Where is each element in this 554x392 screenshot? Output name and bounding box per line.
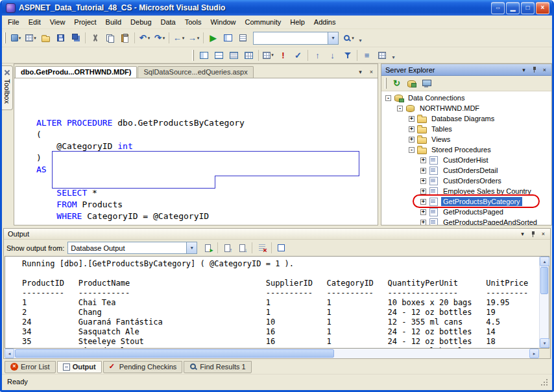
next-message-button[interactable]: [235, 241, 250, 255]
show-criteria-pane-button[interactable]: [211, 48, 226, 62]
code-line[interactable]: FROM Products: [36, 199, 378, 211]
menu-help[interactable]: Help: [285, 16, 309, 28]
resize-grip[interactable]: [539, 377, 548, 386]
tree-item-employee-sales-by-country[interactable]: +Employee Sales by Country: [381, 186, 551, 196]
menu-debug[interactable]: Debug: [126, 16, 156, 28]
active-documents-button[interactable]: ▾: [355, 67, 365, 76]
output-titlebar[interactable]: Output ▾×: [4, 229, 550, 240]
scroll-up-icon[interactable]: ▴: [540, 257, 549, 266]
menu-view[interactable]: View: [45, 16, 70, 28]
server-explorer-tree[interactable]: -Data Connections-NORTHWND.MDF+Database …: [381, 91, 551, 225]
tree-item-data-connections[interactable]: -Data Connections: [381, 93, 551, 103]
code-line[interactable]: ALTER PROCEDURE dbo.GetProductsByCategor…: [36, 117, 378, 129]
open-file-button[interactable]: [38, 31, 53, 45]
close-document-button[interactable]: ×: [367, 67, 376, 76]
menu-file[interactable]: File: [3, 16, 24, 28]
toolbox-tab[interactable]: Toolbox: [2, 65, 13, 110]
output-horizontal-scrollbar[interactable]: ◂ ▸: [5, 349, 549, 358]
refresh-button[interactable]: ↻: [389, 76, 404, 91]
properties-window-button[interactable]: [235, 31, 250, 45]
menu-window[interactable]: Window: [206, 16, 240, 28]
se-auto-hide-button[interactable]: [529, 65, 539, 75]
document-tab-sqldatasource-edqueries-aspx[interactable]: SqlDataSource...edQueries.aspx: [138, 66, 253, 78]
menu-edit[interactable]: Edit: [24, 16, 45, 28]
expand-icon[interactable]: +: [420, 199, 426, 205]
group-by-button[interactable]: ≡: [359, 48, 374, 62]
execute-sql-button[interactable]: !: [276, 48, 291, 62]
menu-data[interactable]: Data: [156, 16, 180, 28]
document-tab-dbo-getprodu-orthwnd-mdf[interactable]: dbo.GetProdu...ORTHWND.MDF): [15, 66, 137, 78]
scrollbar-track[interactable]: [540, 266, 549, 338]
solution-explorer-button[interactable]: [221, 31, 235, 45]
server-explorer-titlebar[interactable]: Server Explorer ▾×: [381, 64, 551, 76]
toolbar-grip[interactable]: [385, 78, 387, 89]
code-line[interactable]: SELECT *: [36, 187, 378, 199]
navigate-backward-button[interactable]: ←▾: [171, 31, 186, 45]
menu-community[interactable]: Community: [241, 16, 286, 28]
toolbar-options-button[interactable]: ▾: [356, 32, 365, 45]
tree-item-views[interactable]: +Views: [381, 134, 551, 144]
sort-ascending-button[interactable]: ↑: [310, 48, 325, 62]
tree-item-custordersdetail[interactable]: +CustOrdersDetail: [381, 165, 551, 176]
query-toolbar-options-button[interactable]: ▾: [389, 49, 398, 62]
output-source-select[interactable]: Database Output ▾: [67, 242, 197, 254]
add-item-button[interactable]: ▾: [23, 31, 38, 45]
clear-all-button[interactable]: [254, 241, 269, 255]
expand-icon[interactable]: +: [420, 157, 426, 163]
bottom-tab-output[interactable]: Output: [57, 361, 102, 373]
scrollbar-thumb[interactable]: [15, 349, 334, 358]
close-button[interactable]: ×: [536, 2, 549, 14]
verify-sql-button[interactable]: ✓: [291, 48, 306, 62]
expand-icon[interactable]: +: [420, 220, 426, 225]
combo-dropdown-icon[interactable]: ▾: [328, 32, 338, 44]
output-close-button[interactable]: ×: [538, 229, 548, 238]
paste-button[interactable]: [117, 31, 132, 45]
connect-to-database-button[interactable]: [404, 76, 419, 91]
tree-item-getproductsbycategory[interactable]: +GetProductsByCategory: [381, 196, 551, 207]
restore-button[interactable]: □: [521, 2, 535, 14]
bottom-tab-find-results-1[interactable]: Find Results 1: [184, 361, 251, 373]
scroll-right-icon[interactable]: ▸: [529, 349, 539, 358]
cut-button[interactable]: [88, 31, 102, 45]
code-line[interactable]: AS: [36, 164, 378, 176]
menu-tools[interactable]: Tools: [180, 16, 206, 28]
se-close-button[interactable]: ×: [540, 65, 549, 75]
tree-item-stored-procedures[interactable]: -Stored Procedures: [381, 144, 551, 155]
copy-button[interactable]: [102, 31, 117, 45]
bottom-tab-error-list[interactable]: Error List: [5, 361, 56, 373]
toolbar-grip[interactable]: [192, 50, 194, 61]
collapse-icon[interactable]: -: [397, 106, 403, 111]
code-line[interactable]: (: [36, 129, 378, 141]
goto-message-button[interactable]: [200, 241, 215, 255]
tree-item-northwnd-mdf[interactable]: -NORTHWND.MDF: [381, 103, 551, 113]
title-bar[interactable]: ASPNET_Data_Tutorial_48_CS - Microsoft V…: [2, 0, 552, 16]
tree-item-getproductspagedandsorted[interactable]: +GetProductsPagedAndSorted: [381, 217, 551, 225]
show-diagram-pane-button[interactable]: [197, 48, 211, 62]
output-window-position-button[interactable]: ▾: [518, 229, 527, 238]
sort-descending-button[interactable]: ↓: [325, 48, 340, 62]
show-results-pane-button[interactable]: [241, 48, 256, 62]
expand-icon[interactable]: +: [409, 137, 415, 143]
change-type-button[interactable]: ▾: [261, 48, 276, 62]
scroll-down-icon[interactable]: ▾: [540, 338, 549, 348]
show-sql-pane-button[interactable]: [226, 48, 241, 62]
menu-addins[interactable]: Addins: [309, 16, 341, 28]
tree-item-tables[interactable]: +Tables: [381, 124, 551, 134]
collapse-icon[interactable]: -: [409, 147, 415, 153]
scrollbar-track[interactable]: [14, 349, 529, 358]
code-line[interactable]: @CategoryID int: [36, 141, 378, 152]
output-auto-hide-button[interactable]: [528, 229, 538, 238]
expand-icon[interactable]: +: [409, 126, 415, 132]
tree-item-database-diagrams[interactable]: +Database Diagrams: [381, 113, 551, 124]
tree-item-custorderhist[interactable]: +CustOrderHist: [381, 155, 551, 165]
menu-build[interactable]: Build: [101, 16, 126, 28]
se-window-position-button[interactable]: ▾: [519, 65, 529, 75]
expand-icon[interactable]: +: [420, 209, 426, 215]
remove-filter-button[interactable]: [340, 48, 355, 62]
expand-icon[interactable]: +: [420, 178, 426, 184]
expand-icon[interactable]: +: [409, 116, 415, 122]
save-all-button[interactable]: [68, 31, 83, 45]
code-line[interactable]: ): [36, 152, 378, 164]
menu-project[interactable]: Project: [69, 16, 101, 28]
minimize-button[interactable]: ▁: [506, 2, 520, 14]
